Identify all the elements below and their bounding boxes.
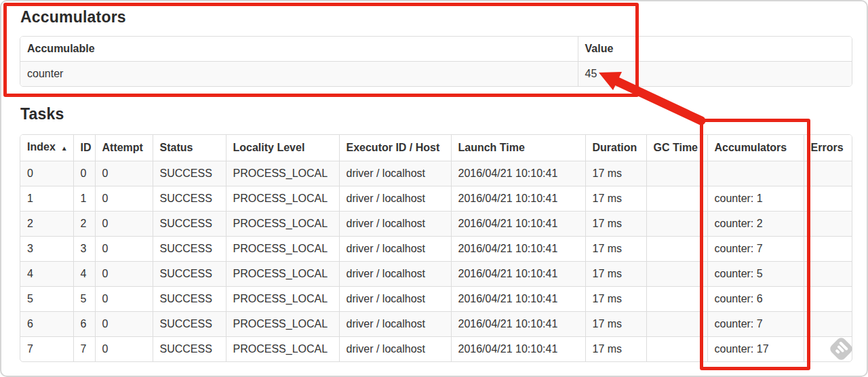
cell-duration: 17 ms — [585, 312, 646, 337]
column-header-accumulators[interactable]: Accumulators — [707, 135, 804, 161]
accumulators-table: Accumulable Value counter 45 — [20, 36, 852, 87]
cell-accumulators: counter: 17 — [707, 337, 804, 362]
cell-errors — [804, 161, 852, 186]
table-row: 330SUCCESSPROCESS_LOCALdriver / localhos… — [20, 237, 852, 262]
column-header-attempt[interactable]: Attempt — [95, 135, 153, 161]
tasks-section-title: Tasks — [20, 106, 848, 123]
cell-gc-time — [646, 337, 707, 362]
column-header-executor-id-host[interactable]: Executor ID / Host — [339, 135, 451, 161]
table-row: 440SUCCESSPROCESS_LOCALdriver / localhos… — [20, 262, 852, 287]
cell-status: SUCCESS — [153, 212, 226, 237]
cell-status: SUCCESS — [153, 262, 226, 287]
cell-locality-level: PROCESS_LOCAL — [226, 237, 339, 262]
accumulators-header-row: Accumulable Value — [20, 37, 852, 62]
column-header-index-label: Index — [27, 141, 56, 153]
cell-launch-time: 2016/04/21 10:10:41 — [451, 186, 585, 212]
cell-launch-time: 2016/04/21 10:10:41 — [451, 161, 585, 186]
cell-index: 7 — [20, 337, 73, 362]
cell-attempt: 0 — [95, 186, 153, 212]
cell-errors — [804, 312, 852, 337]
cell-launch-time: 2016/04/21 10:10:41 — [451, 287, 585, 312]
cell-executor: driver / localhost — [339, 186, 451, 212]
cell-duration: 17 ms — [585, 337, 646, 362]
cell-attempt: 0 — [95, 237, 153, 262]
cell-executor: driver / localhost — [339, 287, 451, 312]
column-header-gc-time[interactable]: GC Time — [646, 135, 707, 161]
table-row: 550SUCCESSPROCESS_LOCALdriver / localhos… — [20, 287, 852, 312]
cell-id: 7 — [73, 337, 95, 362]
cell-errors — [804, 262, 852, 287]
sort-asc-icon: ▲ — [61, 144, 68, 152]
tasks-header-row: Index▲ ID Attempt Status Locality Level … — [20, 135, 852, 161]
column-header-accumulable[interactable]: Accumulable — [20, 37, 578, 62]
cell-locality-level: PROCESS_LOCAL — [226, 337, 339, 362]
cell-launch-time: 2016/04/21 10:10:41 — [451, 262, 585, 287]
cell-status: SUCCESS — [153, 287, 226, 312]
column-header-index[interactable]: Index▲ — [20, 135, 73, 161]
cell-index: 5 — [20, 287, 73, 312]
cell-executor: driver / localhost — [339, 161, 451, 186]
cell-index: 4 — [20, 262, 73, 287]
spark-ui-page: Accumulators Accumulable Value counter 4… — [0, 0, 868, 377]
cell-gc-time — [646, 312, 707, 337]
cell-executor: driver / localhost — [339, 212, 451, 237]
cell-status: SUCCESS — [153, 161, 226, 186]
column-header-status[interactable]: Status — [153, 135, 226, 161]
cell-status: SUCCESS — [153, 312, 226, 337]
cell-locality-level: PROCESS_LOCAL — [226, 287, 339, 312]
cell-accumulators: counter: 5 — [707, 262, 804, 287]
cell-launch-time: 2016/04/21 10:10:41 — [451, 337, 585, 362]
cell-duration: 17 ms — [585, 287, 646, 312]
page-content: Accumulators Accumulable Value counter 4… — [1, 9, 867, 362]
cell-index: 3 — [20, 237, 73, 262]
column-header-value[interactable]: Value — [578, 37, 852, 62]
cell-accumulators — [707, 161, 804, 186]
cell-id: 4 — [73, 262, 95, 287]
table-row: 660SUCCESSPROCESS_LOCALdriver / localhos… — [20, 312, 852, 337]
cell-status: SUCCESS — [153, 337, 226, 362]
cell-attempt: 0 — [95, 262, 153, 287]
cell-index: 1 — [20, 186, 73, 212]
cell-gc-time — [646, 237, 707, 262]
cell-attempt: 0 — [95, 337, 153, 362]
cell-launch-time: 2016/04/21 10:10:41 — [451, 212, 585, 237]
column-header-launch-time[interactable]: Launch Time — [451, 135, 585, 161]
cell-duration: 17 ms — [585, 161, 646, 186]
cell-executor: driver / localhost — [339, 262, 451, 287]
cell-launch-time: 2016/04/21 10:10:41 — [451, 237, 585, 262]
cell-attempt: 0 — [95, 161, 153, 186]
cell-index: 2 — [20, 212, 73, 237]
column-header-locality-level[interactable]: Locality Level — [226, 135, 339, 161]
cell-gc-time — [646, 262, 707, 287]
cell-locality-level: PROCESS_LOCAL — [226, 161, 339, 186]
cell-index: 6 — [20, 312, 73, 337]
cell-locality-level: PROCESS_LOCAL — [226, 186, 339, 212]
cell-errors — [804, 186, 852, 212]
cell-duration: 17 ms — [585, 212, 646, 237]
tasks-table-body: 000SUCCESSPROCESS_LOCALdriver / localhos… — [20, 161, 852, 362]
column-header-id[interactable]: ID — [73, 135, 95, 161]
table-row: 770SUCCESSPROCESS_LOCALdriver / localhos… — [20, 337, 852, 362]
cell-id: 3 — [73, 237, 95, 262]
cell-accumulable: counter — [20, 62, 578, 87]
cell-errors — [804, 237, 852, 262]
cell-attempt: 0 — [95, 287, 153, 312]
cell-executor: driver / localhost — [339, 312, 451, 337]
tasks-table: Index▲ ID Attempt Status Locality Level … — [20, 134, 852, 362]
column-header-errors[interactable]: Errors — [804, 135, 852, 161]
cell-status: SUCCESS — [153, 186, 226, 212]
cell-id: 2 — [73, 212, 95, 237]
cell-launch-time: 2016/04/21 10:10:41 — [451, 312, 585, 337]
cell-locality-level: PROCESS_LOCAL — [226, 212, 339, 237]
cell-locality-level: PROCESS_LOCAL — [226, 262, 339, 287]
cell-id: 1 — [73, 186, 95, 212]
column-header-duration[interactable]: Duration — [585, 135, 646, 161]
cell-executor: driver / localhost — [339, 337, 451, 362]
cell-accumulators: counter: 7 — [707, 237, 804, 262]
cell-executor: driver / localhost — [339, 237, 451, 262]
cell-errors — [804, 287, 852, 312]
table-row: 110SUCCESSPROCESS_LOCALdriver / localhos… — [20, 186, 852, 212]
cell-id: 0 — [73, 161, 95, 186]
cell-accumulators: counter: 2 — [707, 212, 804, 237]
cell-locality-level: PROCESS_LOCAL — [226, 312, 339, 337]
